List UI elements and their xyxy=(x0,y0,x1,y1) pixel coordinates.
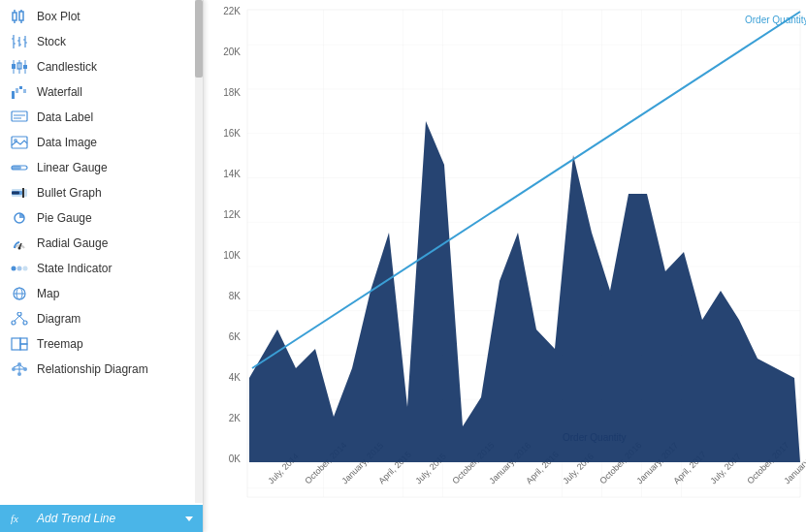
svg-rect-50 xyxy=(12,338,20,350)
svg-point-45 xyxy=(17,312,21,316)
sidebar-item-waterfall[interactable]: Waterfall xyxy=(0,79,203,105)
svg-text:8K: 8K xyxy=(229,291,242,301)
sidebar-item-add-trend-line[interactable]: fx Add Trend Line xyxy=(0,505,203,532)
svg-line-59 xyxy=(20,365,24,368)
svg-point-46 xyxy=(12,321,16,325)
sidebar-item-candlestick[interactable]: Candlestick xyxy=(0,54,203,79)
sidebar-item-radial-gauge[interactable]: Radial Gauge xyxy=(0,231,203,256)
state-indicator-icon xyxy=(10,261,29,276)
svg-line-49 xyxy=(19,316,24,321)
sidebar-item-data-label[interactable]: Data Label xyxy=(0,105,203,130)
chart-area: 22K 20K 18K 16K 14K 12K 10K 8K 6K 4K 2K … xyxy=(204,0,806,532)
linear-gauge-icon xyxy=(10,160,29,175)
waterfall-icon xyxy=(10,84,29,100)
pie-gauge-icon xyxy=(10,210,29,226)
svg-rect-0 xyxy=(13,13,16,20)
svg-rect-28 xyxy=(12,137,27,148)
treemap-icon xyxy=(10,336,29,352)
svg-line-58 xyxy=(14,365,18,367)
svg-rect-23 xyxy=(19,86,22,89)
radial-gauge-icon xyxy=(10,235,29,251)
sidebar-item-label-candlestick: Candlestick xyxy=(37,60,97,74)
sidebar-item-stock[interactable]: Stock xyxy=(0,29,203,54)
diagram-icon xyxy=(10,311,29,327)
sidebar-item-state-indicator[interactable]: State Indicator xyxy=(0,256,203,281)
sidebar-item-label-treemap: Treemap xyxy=(37,337,83,351)
svg-text:4K: 4K xyxy=(229,372,242,383)
sidebar-item-label-radial-gauge: Radial Gauge xyxy=(37,236,108,250)
sidebar-item-label-state-indicator: State Indicator xyxy=(37,262,112,275)
svg-text:6K: 6K xyxy=(229,331,242,342)
bullet-graph-icon xyxy=(10,185,29,201)
svg-rect-34 xyxy=(12,192,19,195)
sidebar-item-label-bullet-graph: Bullet Graph xyxy=(37,186,102,200)
svg-text:2K: 2K xyxy=(229,413,242,423)
svg-rect-31 xyxy=(12,166,21,170)
svg-rect-20 xyxy=(23,65,27,69)
svg-text:20K: 20K xyxy=(223,47,241,57)
svg-text:10K: 10K xyxy=(223,250,241,261)
sidebar-item-label-linear-gauge: Linear Gauge xyxy=(37,161,108,174)
svg-rect-25 xyxy=(12,111,27,121)
svg-rect-16 xyxy=(12,64,16,69)
svg-line-48 xyxy=(15,316,19,321)
scrollbar-thumb[interactable] xyxy=(195,0,203,78)
data-label-icon xyxy=(10,110,29,125)
sidebar-item-bullet-graph[interactable]: Bullet Graph xyxy=(0,180,203,205)
svg-point-38 xyxy=(18,247,21,250)
svg-text:18K: 18K xyxy=(223,87,241,98)
sidebar-item-label-data-image: Data Image xyxy=(37,136,97,149)
sidebar-item-label-data-label: Data Label xyxy=(37,110,93,124)
svg-rect-51 xyxy=(20,338,27,344)
svg-point-53 xyxy=(12,367,16,371)
candlestick-icon xyxy=(10,59,29,75)
sidebar-item-linear-gauge[interactable]: Linear Gauge xyxy=(0,155,203,180)
sidebar-item-label-box-plot: Box Plot xyxy=(37,10,81,23)
sidebar-item-box-plot[interactable]: Box Plot xyxy=(0,4,203,29)
sidebar-item-label-waterfall: Waterfall xyxy=(37,85,82,99)
svg-text:Order Quantity: Order Quantity xyxy=(563,432,627,443)
sidebar-list: Box Plot Stock xyxy=(0,0,203,505)
svg-point-47 xyxy=(23,321,27,325)
relationship-diagram-icon xyxy=(10,361,29,377)
svg-text:12K: 12K xyxy=(223,209,241,220)
dropdown-arrow-icon xyxy=(185,516,193,521)
svg-rect-3 xyxy=(19,12,23,20)
svg-point-56 xyxy=(17,372,21,376)
sidebar-item-treemap[interactable]: Treemap xyxy=(0,331,203,357)
svg-text:14K: 14K xyxy=(223,169,241,179)
svg-text:22K: 22K xyxy=(223,6,241,16)
trend-line-icon: fx xyxy=(10,511,29,526)
sidebar-item-pie-gauge[interactable]: Pie Gauge xyxy=(0,205,203,231)
svg-rect-52 xyxy=(20,344,27,350)
svg-text:Order Quantity Trend: Order Quantity Trend xyxy=(745,15,806,25)
sidebar: Box Plot Stock xyxy=(0,0,204,532)
stock-icon xyxy=(10,34,29,49)
sidebar-item-label-stock: Stock xyxy=(37,35,66,48)
svg-text:16K: 16K xyxy=(223,128,241,139)
sidebar-item-relationship-diagram[interactable]: Relationship Diagram xyxy=(0,357,203,382)
svg-rect-22 xyxy=(16,88,18,93)
sidebar-item-label-map: Map xyxy=(37,287,59,300)
sidebar-item-label-pie-gauge: Pie Gauge xyxy=(37,211,92,225)
sidebar-item-diagram[interactable]: Diagram xyxy=(0,306,203,331)
box-plot-icon xyxy=(10,9,29,24)
sidebar-item-label-diagram: Diagram xyxy=(37,312,81,326)
svg-text:fx: fx xyxy=(11,513,18,524)
map-icon xyxy=(10,286,29,301)
svg-rect-24 xyxy=(23,89,26,93)
sidebar-bottom-label: Add Trend Line xyxy=(37,512,115,525)
svg-text:0K: 0K xyxy=(229,454,242,464)
sidebar-item-label-relationship-diagram: Relationship Diagram xyxy=(37,362,148,376)
sidebar-item-map[interactable]: Map xyxy=(0,281,203,306)
svg-point-39 xyxy=(12,266,16,271)
svg-point-41 xyxy=(23,266,28,271)
svg-rect-21 xyxy=(12,91,15,99)
sidebar-item-data-image[interactable]: Data Image xyxy=(0,130,203,155)
svg-point-40 xyxy=(17,266,22,271)
data-image-icon xyxy=(10,135,29,150)
scrollbar-track[interactable] xyxy=(195,0,203,503)
